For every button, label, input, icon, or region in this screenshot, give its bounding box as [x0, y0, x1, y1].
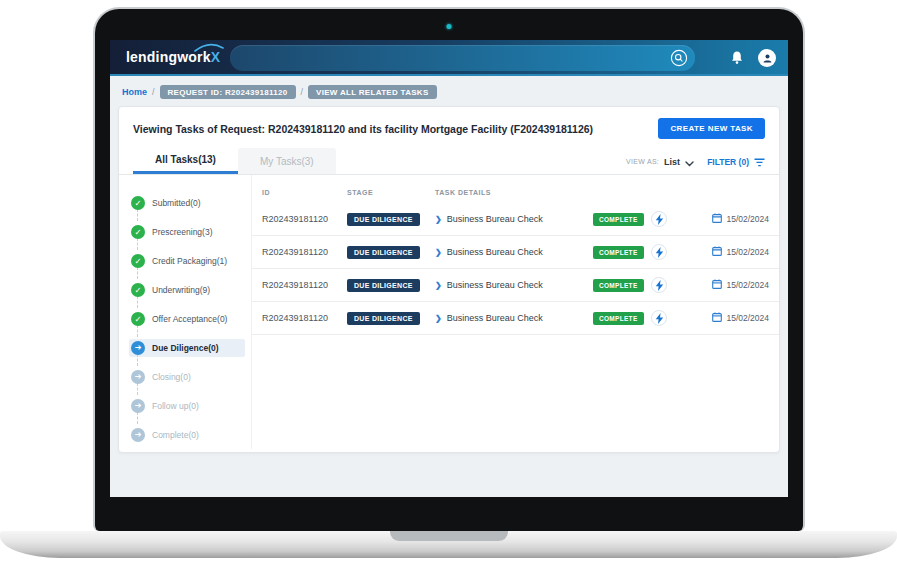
view-controls: VIEW AS: List FILTER (0) — [626, 148, 765, 175]
cell-request-id: R202439181120 — [262, 280, 347, 290]
check-icon: ✓ — [131, 312, 145, 326]
stage-badge: DUE DILIGENCE — [347, 312, 420, 325]
column-header-stage: STAGE — [347, 189, 435, 196]
view-as-label: VIEW AS: — [626, 158, 659, 165]
laptop-screen: lendingworkX — [93, 7, 805, 531]
stage-badge: DUE DILIGENCE — [347, 246, 420, 259]
logo-swoosh-icon — [194, 43, 224, 52]
quick-action-bolt-icon[interactable] — [651, 244, 667, 260]
tasks-card: Viewing Tasks of Request: R202439181120 … — [118, 106, 780, 453]
calendar-icon — [712, 213, 722, 225]
tab-all-tasks[interactable]: All Tasks(13) — [133, 148, 238, 174]
top-navbar: lendingworkX — [110, 40, 788, 76]
chevron-down-icon[interactable] — [685, 153, 694, 171]
filter-button[interactable]: FILTER (0) — [707, 157, 749, 167]
chevron-right-icon[interactable]: ❯ — [435, 215, 442, 224]
laptop-mockup: lendingworkX — [0, 0, 897, 572]
stepper-item-follow-up[interactable]: ➔Follow up(0) — [129, 391, 251, 420]
title-request-id: R202439181120 — [268, 123, 345, 135]
due-date: 15/02/2024 — [726, 280, 769, 290]
card-header: Viewing Tasks of Request: R202439181120 … — [119, 107, 779, 148]
status-badge: COMPLETE — [593, 246, 644, 259]
chevron-right-icon[interactable]: ❯ — [435, 281, 442, 290]
cell-request-id: R202439181120 — [262, 214, 347, 224]
task-name[interactable]: Business Bureau Check — [447, 247, 543, 257]
tabs-bar: All Tasks(13) My Tasks(3) VIEW AS: List … — [119, 148, 779, 175]
quick-action-bolt-icon[interactable] — [651, 211, 667, 227]
check-icon: ✓ — [131, 196, 145, 210]
tasks-table: ID STAGE TASK DETAILS R202439181120 DUE … — [251, 175, 779, 449]
stepper-item-closing[interactable]: ➔Closing(0) — [129, 362, 251, 391]
page-title: Viewing Tasks of Request: R202439181120 … — [133, 123, 593, 135]
arrow-right-icon: ➔ — [131, 399, 145, 413]
view-as-value[interactable]: List — [664, 157, 680, 167]
title-prefix: Viewing Tasks of Request: — [133, 123, 265, 135]
webcam-dot — [447, 24, 452, 29]
status-badge: COMPLETE — [593, 312, 644, 325]
notifications-bell-icon[interactable] — [729, 50, 745, 66]
status-badge: COMPLETE — [593, 279, 644, 292]
title-connector: and its facility — [348, 123, 418, 135]
breadcrumb-separator: / — [301, 87, 304, 97]
tab-my-tasks[interactable]: My Tasks(3) — [238, 148, 336, 174]
laptop-notch — [390, 531, 508, 541]
laptop-base — [0, 531, 897, 558]
title-facility-name: Mortgage Facility (F202439181126) — [421, 123, 593, 135]
stepper-item-underwriting[interactable]: ✓Underwriting(9) — [129, 275, 251, 304]
check-icon: ✓ — [131, 225, 145, 239]
search-input[interactable] — [230, 53, 670, 64]
app-logo[interactable]: lendingworkX — [126, 49, 220, 65]
arrow-right-icon: ➔ — [131, 370, 145, 384]
quick-action-bolt-icon[interactable] — [651, 277, 667, 293]
check-icon: ✓ — [131, 283, 145, 297]
stepper-item-complete[interactable]: ➔Complete(0) — [129, 420, 251, 449]
breadcrumb-request-id-badge[interactable]: REQUEST ID: R202439181120 — [160, 85, 296, 99]
table-row[interactable]: R202439181120 DUE DILIGENCE ❯Business Bu… — [252, 236, 779, 269]
stepper-item-submitted[interactable]: ✓Submitted(0) — [129, 188, 251, 217]
stage-badge: DUE DILIGENCE — [347, 279, 420, 292]
due-date: 15/02/2024 — [726, 247, 769, 257]
chevron-right-icon[interactable]: ❯ — [435, 314, 442, 323]
stepper-item-offer-acceptance[interactable]: ✓Offer Acceptance(0) — [129, 304, 251, 333]
breadcrumb-related-tasks-badge[interactable]: VIEW ALL RELATED TASKS — [308, 85, 437, 99]
due-date: 15/02/2024 — [726, 313, 769, 323]
arrow-right-icon: ➔ — [131, 428, 145, 442]
create-new-task-button[interactable]: CREATE NEW TASK — [658, 118, 765, 139]
breadcrumb-home-link[interactable]: Home — [122, 87, 147, 97]
table-row[interactable]: R202439181120 DUE DILIGENCE ❯Business Bu… — [252, 203, 779, 236]
stepper-item-prescreening[interactable]: ✓Prescreening(3) — [129, 217, 251, 246]
lendingworkx-app: lendingworkX — [110, 40, 788, 497]
due-date: 15/02/2024 — [726, 214, 769, 224]
table-row[interactable]: R202439181120 DUE DILIGENCE ❯Business Bu… — [252, 269, 779, 302]
calendar-icon — [712, 279, 722, 291]
search-icon[interactable] — [670, 49, 688, 67]
table-header-row: ID STAGE TASK DETAILS — [252, 181, 779, 203]
navbar-right-controls — [729, 40, 776, 76]
column-header-task-details: TASK DETAILS — [435, 189, 593, 196]
stepper-item-credit-packaging[interactable]: ✓Credit Packaging(1) — [129, 246, 251, 275]
global-search-bar[interactable] — [230, 45, 695, 71]
person-icon — [762, 53, 773, 64]
stepper-item-due-diligence[interactable]: ➔Due Diligence(0) — [129, 333, 251, 362]
column-header-id: ID — [262, 189, 347, 196]
chevron-right-icon[interactable]: ❯ — [435, 248, 442, 257]
filter-funnel-icon[interactable] — [754, 153, 765, 171]
calendar-icon — [712, 312, 722, 324]
breadcrumb: Home / REQUEST ID: R202439181120 / VIEW … — [110, 76, 788, 106]
quick-action-bolt-icon[interactable] — [651, 310, 667, 326]
cell-request-id: R202439181120 — [262, 247, 347, 257]
stage-badge: DUE DILIGENCE — [347, 213, 420, 226]
status-badge: COMPLETE — [593, 213, 644, 226]
table-row[interactable]: R202439181120 DUE DILIGENCE ❯Business Bu… — [252, 302, 779, 335]
task-name[interactable]: Business Bureau Check — [447, 280, 543, 290]
arrow-right-icon: ➔ — [131, 341, 145, 355]
stage-stepper: ✓Submitted(0) ✓Prescreening(3) ✓Credit P… — [119, 175, 251, 449]
user-avatar[interactable] — [758, 49, 776, 67]
check-icon: ✓ — [131, 254, 145, 268]
calendar-icon — [712, 246, 722, 258]
task-name[interactable]: Business Bureau Check — [447, 214, 543, 224]
card-content: ✓Submitted(0) ✓Prescreening(3) ✓Credit P… — [119, 175, 779, 449]
task-name[interactable]: Business Bureau Check — [447, 313, 543, 323]
breadcrumb-separator: / — [152, 87, 155, 97]
cell-request-id: R202439181120 — [262, 313, 347, 323]
